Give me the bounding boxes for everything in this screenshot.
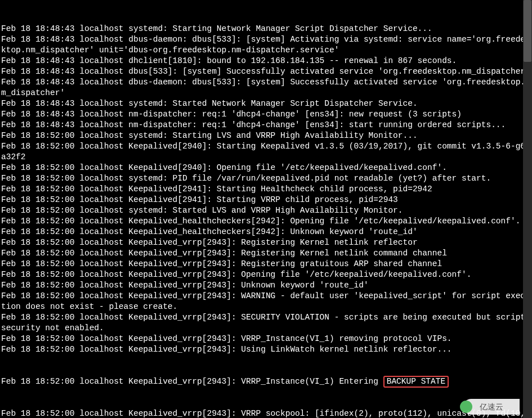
log-line: Feb 18 18:52:00 localhost Keepalived_vrr… <box>1 291 531 312</box>
log-output: Feb 18 18:48:43 localhost systemd: Start… <box>1 24 531 355</box>
log-line: Feb 18 18:52:00 localhost Keepalived_vrr… <box>1 344 531 355</box>
log-line-highlighted: Feb 18 18:52:00 localhost Keepalived_vrr… <box>1 376 531 387</box>
log-line: Feb 18 18:52:00 localhost Keepalived_vrr… <box>1 269 531 280</box>
watermark-dot-icon <box>460 401 472 413</box>
log-line: Feb 18 18:48:43 localhost dhclient[1810]… <box>1 56 531 66</box>
log-line: Feb 18 18:52:00 localhost systemd: Start… <box>1 205 531 216</box>
log-line: Feb 18 18:52:00 localhost Keepalived_vrr… <box>1 237 531 248</box>
log-line: Feb 18 18:48:43 localhost dbus-daemon: d… <box>1 77 531 98</box>
log-line: Feb 18 18:52:00 localhost Keepalived_vrr… <box>1 334 531 344</box>
log-line: Feb 18 18:52:00 localhost Keepalived[294… <box>1 141 531 163</box>
log-line: Feb 18 18:48:43 localhost nm-dispatcher:… <box>1 109 531 120</box>
log-line: Feb 18 18:52:00 localhost Keepalived_vrr… <box>1 408 531 418</box>
watermark-badge: 亿速云 <box>463 399 520 415</box>
highlight-backup-state: BACKUP STATE <box>383 376 449 388</box>
log-line: Feb 18 18:48:43 localhost dbus[533]: [sy… <box>1 66 531 77</box>
log-prefix: Feb 18 18:52:00 localhost Keepalived_vrr… <box>1 377 383 386</box>
log-line: Feb 18 18:52:00 localhost Keepalived_vrr… <box>1 280 531 291</box>
scrollbar-thumb[interactable] <box>524 0 531 62</box>
log-line: Feb 18 18:48:43 localhost nm-dispatcher:… <box>1 120 531 131</box>
terminal-viewport[interactable]: Feb 18 18:48:43 localhost systemd: Start… <box>0 0 532 418</box>
log-line: Feb 18 18:48:43 localhost systemd: Start… <box>1 24 531 34</box>
log-line: Feb 18 18:48:43 localhost systemd: Start… <box>1 98 531 109</box>
log-line: Feb 18 18:52:00 localhost systemd: PID f… <box>1 173 531 184</box>
log-line: Feb 18 18:52:00 localhost Keepalived_vrr… <box>1 312 531 334</box>
watermark-text: 亿速云 <box>480 402 503 412</box>
log-line: Feb 18 18:52:00 localhost Keepalived_vrr… <box>1 259 531 269</box>
log-line: Feb 18 18:52:00 localhost Keepalived[294… <box>1 184 531 195</box>
log-line: Feb 18 18:52:00 localhost Keepalived_hea… <box>1 216 531 227</box>
log-line: Feb 18 18:52:00 localhost Keepalived_vrr… <box>1 248 531 259</box>
scrollbar[interactable]: ▴ <box>523 0 532 418</box>
log-line: Feb 18 18:52:00 localhost Keepalived[294… <box>1 163 531 173</box>
log-line: Feb 18 18:52:00 localhost Keepalived[294… <box>1 195 531 205</box>
log-output-after: Feb 18 18:52:00 localhost Keepalived_vrr… <box>1 408 531 418</box>
log-line: Feb 18 18:52:00 localhost systemd: Start… <box>1 131 531 141</box>
log-line: Feb 18 18:48:43 localhost dbus-daemon: d… <box>1 34 531 56</box>
log-line: Feb 18 18:52:00 localhost Keepalived_hea… <box>1 227 531 237</box>
